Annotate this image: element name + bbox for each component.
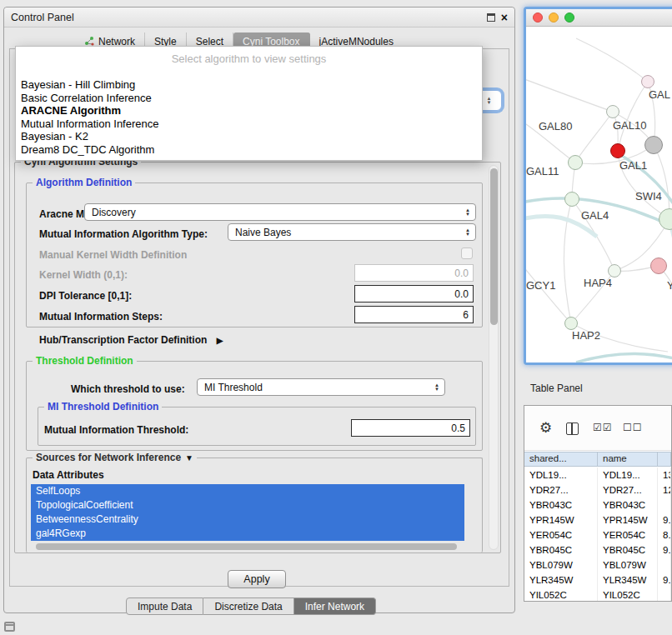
algorithm-option[interactable]: Basic Correlation Inference	[16, 92, 482, 105]
combobox-stepper-icon: ▲▼	[487, 97, 492, 105]
node-label: GAL80	[539, 120, 572, 132]
control-panel-title: Control Panel	[11, 12, 74, 23]
network-node[interactable]	[606, 105, 619, 118]
minimize-window-button[interactable]	[549, 12, 559, 22]
table-row[interactable]: YLR345WYLR345W9.	[524, 572, 671, 588]
which-threshold-label: Which threshold to use:	[71, 383, 185, 395]
table-panel: ⚙ ☑☑ ☐☐ shared... name YDL19...YDL19...1…	[524, 405, 672, 602]
column-header[interactable]	[658, 452, 671, 466]
which-threshold-combobox[interactable]: MI Threshold ▲▼	[197, 378, 445, 396]
node-label: GAL4	[581, 209, 609, 222]
network-node[interactable]	[608, 264, 621, 278]
table-row[interactable]: YDL19...YDL19...13	[524, 468, 671, 482]
algorithm-option[interactable]: Dream8 DC_TDC Algorithm	[16, 143, 482, 157]
check-columns-icon[interactable]: ☑☑	[593, 422, 613, 433]
manual-kernel-width-label: Manual Kernel Width Definition	[39, 249, 187, 261]
float-panel-icon[interactable]	[487, 13, 495, 22]
algorithm-option[interactable]: Bayesian - K2	[16, 130, 482, 143]
apply-button[interactable]: Apply	[228, 570, 286, 588]
dpi-tolerance-label: DPI Tolerance [0,1]:	[39, 290, 132, 302]
network-node-pink[interactable]	[650, 258, 667, 274]
algorithm-dropdown-popup: Select algorithm to view settings Bayesi…	[15, 46, 483, 161]
node-label: GCY1	[526, 279, 555, 292]
column-header-shared-name[interactable]: shared...	[524, 452, 598, 466]
mi-algorithm-type-value: Naive Bayes	[228, 227, 462, 238]
network-node[interactable]	[564, 317, 578, 330]
table-row[interactable]: YBL079WYBL079W	[524, 558, 671, 572]
data-attributes-list: SelfLoops TopologicalCoefficient Between…	[31, 484, 464, 541]
node-label: SWI4	[635, 190, 662, 202]
node-label: GAL	[649, 88, 670, 101]
tab-discretize-data[interactable]: Discretize Data	[203, 598, 293, 615]
table-row[interactable]: YIL052CYIL052C	[524, 588, 671, 602]
uncheck-columns-icon[interactable]: ☐☐	[623, 422, 643, 433]
algorithm-option[interactable]: Bayesian - Hill Climbing	[16, 78, 482, 92]
network-view-window: GAL80 GAL10 GAL11 GAL1 SWI4 GAL4 GCY1 HA…	[524, 7, 672, 365]
combobox-stepper-icon: ▲▼	[462, 228, 474, 237]
desktop: Control Panel × Network Style	[0, 0, 672, 635]
dpi-tolerance-input[interactable]	[354, 285, 474, 302]
which-threshold-value: MI Threshold	[198, 382, 431, 393]
attribute-item[interactable]: gal4RGexp	[31, 527, 464, 541]
gear-icon[interactable]: ⚙	[539, 421, 552, 435]
algorithm-option-selected[interactable]: ARACNE Algorithm	[16, 104, 482, 118]
table-toolbar: ⚙ ☑☑ ☐☐	[524, 406, 671, 451]
node-label: GAL1	[619, 159, 647, 172]
manual-kernel-width-checkbox[interactable]	[461, 248, 473, 259]
control-panel-titlebar: Control Panel ×	[4, 8, 514, 28]
network-window-titlebar	[526, 9, 672, 27]
columns-icon[interactable]	[566, 422, 579, 435]
network-node-red[interactable]	[610, 143, 625, 158]
tab-impute-data[interactable]: Impute Data	[126, 598, 203, 615]
table-row[interactable]: YBR043CYBR043C	[524, 498, 671, 512]
kernel-width-input[interactable]	[354, 264, 474, 282]
table-row[interactable]: YER054CYER054C8.	[524, 528, 671, 542]
network-node[interactable]	[568, 155, 583, 170]
node-label: Y	[667, 279, 672, 292]
network-node-gray[interactable]	[644, 136, 663, 154]
table-header-row: shared... name	[524, 452, 671, 467]
settings-scrollbar-thumb[interactable]	[490, 168, 498, 325]
mi-threshold-label: Mutual Information Threshold:	[44, 424, 188, 436]
network-canvas[interactable]: GAL80 GAL10 GAL11 GAL1 SWI4 GAL4 GCY1 HA…	[526, 27, 672, 362]
aracne-mode-combobox[interactable]: Discovery ▲▼	[84, 203, 476, 221]
expanded-arrow-icon: ▼	[185, 453, 193, 462]
table-body: YDL19...YDL19...13 YDR27...YDR27...12 YB…	[524, 468, 671, 601]
algorithm-placeholder: Select algorithm to view settings	[16, 47, 482, 78]
threshold-definition-title: Threshold Definition	[33, 355, 137, 367]
mi-algorithm-type-label: Mutual Information Algorithm Type:	[39, 228, 208, 240]
tab-infer-network[interactable]: Infer Network	[294, 598, 376, 615]
column-header-name[interactable]: name	[598, 452, 658, 466]
attribute-item[interactable]: SelfLoops	[31, 484, 464, 498]
table-row[interactable]: YPR145WYPR145W9.	[524, 512, 671, 528]
sources-expander[interactable]: Sources for Network Inference ▼	[33, 452, 197, 463]
algorithm-option[interactable]: Mutual Information Inference	[16, 118, 482, 131]
attribute-item[interactable]: TopologicalCoefficient	[31, 498, 464, 512]
restore-panel-icon[interactable]	[4, 622, 15, 632]
mi-algorithm-type-combobox[interactable]: Naive Bayes ▲▼	[228, 223, 476, 241]
node-label: HAP4	[584, 277, 612, 289]
network-node[interactable]	[564, 192, 579, 207]
node-label: GAL11	[526, 165, 559, 178]
mi-threshold-group-title: MI Threshold Definition	[44, 401, 162, 412]
zoom-window-button[interactable]	[564, 12, 574, 22]
collapsed-arrow-icon: ▶	[217, 336, 223, 345]
node-label: HAP2	[572, 329, 600, 342]
network-node[interactable]	[641, 75, 654, 88]
aracne-mode-value: Discovery	[85, 207, 462, 218]
table-row[interactable]: YBR045CYBR045C9.	[524, 542, 671, 558]
close-window-button[interactable]	[533, 12, 543, 22]
kernel-width-label: Kernel Width (0,1):	[39, 269, 128, 281]
mi-steps-input[interactable]	[354, 306, 474, 323]
combobox-stepper-icon: ▲▼	[462, 208, 474, 217]
data-attributes-label: Data Attributes	[33, 469, 104, 481]
close-panel-icon[interactable]: ×	[501, 12, 508, 22]
network-icon	[85, 37, 94, 46]
hub-definition-expander[interactable]: Hub/Transcription Factor Definition ▶	[39, 334, 223, 346]
bottom-tabs: Impute Data Discretize Data Infer Networ…	[126, 598, 376, 615]
mi-threshold-input[interactable]	[351, 419, 470, 437]
attribute-item[interactable]: BetweennessCentrality	[31, 512, 464, 527]
table-row[interactable]: YDR27...YDR27...12	[524, 482, 671, 498]
combobox-stepper-icon: ▲▼	[431, 383, 443, 392]
horizontal-scrollbar-thumb[interactable]	[36, 543, 457, 550]
